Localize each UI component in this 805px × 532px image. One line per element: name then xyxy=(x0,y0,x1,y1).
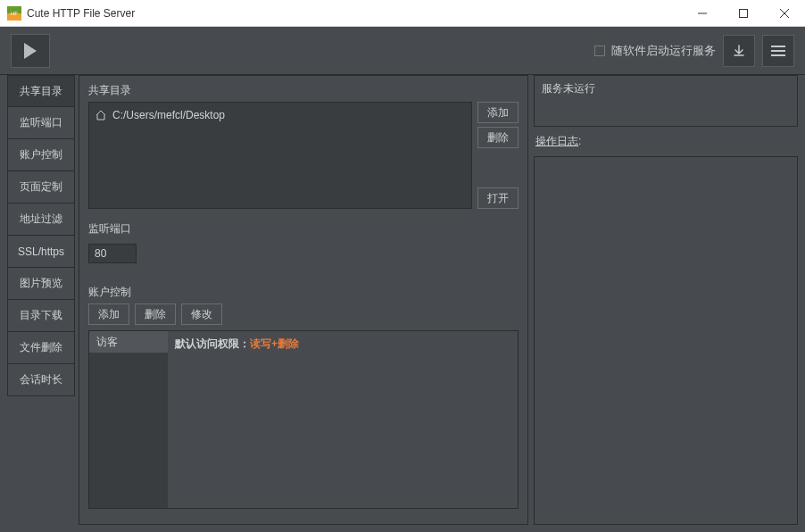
status-text: 服务未运行 xyxy=(542,82,595,95)
log-box[interactable] xyxy=(534,156,798,525)
download-button[interactable] xyxy=(723,35,755,67)
share-dir-list[interactable]: C:/Users/mefcl/Desktop xyxy=(88,102,472,209)
perm-value: 读写+删除 xyxy=(250,337,299,350)
port-input[interactable] xyxy=(88,244,137,263)
account-title: 账户控制 xyxy=(88,285,519,300)
sidebar-item-page-custom[interactable]: 页面定制 xyxy=(7,171,75,204)
sidebar-item-listen-port[interactable]: 监听端口 xyxy=(7,107,75,139)
autorun-checkbox[interactable] xyxy=(594,46,605,56)
download-icon xyxy=(733,45,745,57)
sidebar-item-session[interactable]: 会话时长 xyxy=(7,364,75,396)
account-list[interactable]: 访客 xyxy=(89,331,168,508)
right-panel: 服务未运行 操作日志: xyxy=(534,75,798,525)
account-delete-button[interactable]: 删除 xyxy=(135,303,176,325)
log-label[interactable]: 操作日志 xyxy=(535,135,578,147)
account-modify-button[interactable]: 修改 xyxy=(181,303,222,325)
account-add-button[interactable]: 添加 xyxy=(88,303,129,325)
hamburger-icon xyxy=(771,46,785,56)
center-panel[interactable]: 共享目录 C:/Users/mefcl/Desktop 添加 删除 打开 xyxy=(79,75,528,525)
sidebar-item-file-delete[interactable]: 文件删除 xyxy=(7,332,75,364)
sidebar-item-addr-filter[interactable]: 地址过滤 xyxy=(7,204,75,236)
sidebar-item-account[interactable]: 账户控制 xyxy=(7,139,75,171)
app-title: Cute HTTP File Server xyxy=(27,7,682,20)
close-icon xyxy=(780,9,789,18)
play-icon xyxy=(24,43,37,59)
menu-button[interactable] xyxy=(762,35,794,67)
app-icon: HF xyxy=(7,6,21,21)
account-item-guest[interactable]: 访客 xyxy=(89,331,168,353)
share-delete-button[interactable]: 删除 xyxy=(477,127,519,148)
minimize-button[interactable] xyxy=(682,0,723,27)
maximize-button[interactable] xyxy=(723,0,764,27)
log-colon: : xyxy=(578,135,581,147)
sidebar-item-dir-download[interactable]: 目录下载 xyxy=(7,300,75,332)
share-open-button[interactable]: 打开 xyxy=(477,187,519,209)
close-button[interactable] xyxy=(764,0,805,27)
account-detail: 默认访问权限：读写+删除 xyxy=(168,331,518,508)
sidebar: 共享目录 监听端口 账户控制 页面定制 地址过滤 SSL/https 图片预览 … xyxy=(7,75,75,525)
maximize-icon xyxy=(739,9,748,18)
autorun-checkbox-wrap[interactable]: 随软件启动运行服务 xyxy=(594,43,716,59)
share-add-button[interactable]: 添加 xyxy=(477,102,519,123)
share-dir-title: 共享目录 xyxy=(88,83,519,98)
home-icon xyxy=(95,110,107,121)
svg-rect-1 xyxy=(740,9,748,17)
perm-label: 默认访问权限： xyxy=(175,337,250,350)
sidebar-item-image-preview[interactable]: 图片预览 xyxy=(7,268,75,300)
sidebar-item-share-dir[interactable]: 共享目录 xyxy=(7,75,75,107)
status-box: 服务未运行 xyxy=(534,75,798,127)
share-dir-path: C:/Users/mefcl/Desktop xyxy=(112,109,225,121)
port-title: 监听端口 xyxy=(88,221,519,237)
titlebar: HF Cute HTTP File Server xyxy=(0,0,805,27)
autorun-label: 随软件启动运行服务 xyxy=(611,44,716,57)
minimize-icon xyxy=(698,9,707,18)
start-server-button[interactable] xyxy=(11,34,50,68)
sidebar-item-ssl[interactable]: SSL/https xyxy=(7,236,75,268)
toolbar: 随软件启动运行服务 xyxy=(0,27,805,75)
share-dir-item[interactable]: C:/Users/mefcl/Desktop xyxy=(95,106,466,124)
